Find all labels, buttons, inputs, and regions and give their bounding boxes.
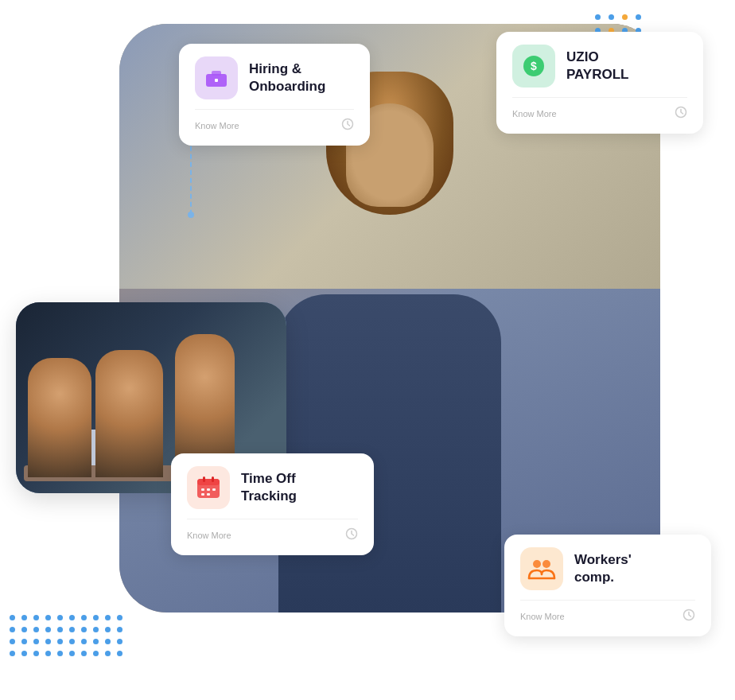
dot — [81, 651, 87, 656]
card-top-row: Time OffTracking — [187, 466, 358, 509]
clock-icon — [682, 609, 695, 624]
decorative-dots-top — [595, 14, 641, 33]
hiring-card[interactable]: Hiring &Onboarding Know More — [179, 44, 370, 146]
dot — [10, 651, 15, 656]
dot — [45, 615, 51, 620]
dot — [69, 639, 75, 644]
clock-icon — [345, 527, 358, 542]
dot — [609, 14, 614, 20]
dot — [45, 639, 51, 644]
dot — [622, 14, 628, 20]
dot — [57, 639, 63, 644]
card-top-row: $ UZIOPAYROLL — [512, 45, 687, 88]
dot — [33, 615, 39, 620]
dot — [10, 627, 15, 632]
svg-rect-11 — [203, 476, 205, 482]
card-top-row: Workers'comp. — [520, 547, 695, 590]
svg-point-1 — [188, 212, 194, 218]
card-top-row: Hiring &Onboarding — [195, 56, 354, 99]
dot — [57, 651, 63, 656]
svg-rect-17 — [207, 493, 210, 496]
dot — [33, 627, 39, 632]
svg-point-19 — [533, 560, 541, 568]
dot — [93, 651, 99, 656]
dot — [117, 627, 122, 632]
workers-title: Workers'comp. — [574, 551, 632, 586]
workers-know-more[interactable]: Know More — [520, 612, 565, 621]
dot — [21, 615, 27, 620]
dot — [81, 627, 87, 632]
dot — [21, 639, 27, 644]
dot — [69, 651, 75, 656]
svg-rect-3 — [212, 71, 221, 76]
hiring-title: Hiring &Onboarding — [249, 60, 325, 95]
dot — [10, 615, 15, 620]
payroll-know-more[interactable]: Know More — [512, 109, 557, 119]
dot — [45, 651, 51, 656]
svg-text:$: $ — [531, 60, 537, 72]
dot — [10, 639, 15, 644]
dot — [57, 627, 63, 632]
dot — [33, 651, 39, 656]
svg-rect-15 — [212, 488, 216, 491]
timeoff-know-more[interactable]: Know More — [187, 531, 231, 540]
dot — [81, 639, 87, 644]
hiring-icon — [195, 56, 238, 99]
payroll-title: UZIOPAYROLL — [566, 49, 628, 84]
clock-icon — [341, 118, 354, 133]
dot — [117, 639, 122, 644]
dot — [69, 615, 75, 620]
svg-rect-14 — [207, 488, 210, 491]
dot — [93, 627, 99, 632]
clock-icon — [675, 106, 687, 121]
timeoff-title: Time OffTracking — [241, 470, 297, 505]
dot — [93, 639, 99, 644]
card-footer: Know More — [195, 109, 354, 133]
dot — [105, 639, 111, 644]
dot — [69, 627, 75, 632]
svg-rect-4 — [215, 79, 218, 82]
timeoff-card[interactable]: Time OffTracking Know More — [171, 453, 374, 555]
dot — [93, 615, 99, 620]
card-footer: Know More — [187, 519, 358, 542]
workers-card[interactable]: Workers'comp. Know More — [504, 535, 711, 636]
dot — [57, 615, 63, 620]
dot — [117, 651, 122, 656]
card-footer: Know More — [520, 600, 695, 624]
team-person — [28, 358, 91, 477]
svg-rect-12 — [212, 476, 214, 482]
dot — [117, 615, 122, 620]
dot — [105, 651, 111, 656]
team-person — [95, 350, 163, 477]
svg-rect-13 — [201, 488, 204, 491]
dot — [636, 14, 641, 20]
dot — [33, 639, 39, 644]
svg-rect-16 — [201, 493, 204, 496]
payroll-icon: $ — [512, 45, 555, 88]
card-footer: Know More — [512, 97, 687, 121]
svg-rect-10 — [197, 479, 220, 485]
dot — [21, 627, 27, 632]
payroll-card[interactable]: $ UZIOPAYROLL Know More — [496, 32, 703, 134]
dot — [45, 627, 51, 632]
dot — [105, 627, 111, 632]
workers-icon — [520, 547, 563, 590]
svg-point-20 — [542, 560, 550, 568]
dot — [81, 615, 87, 620]
dot — [595, 14, 601, 20]
page-container: Hiring &Onboarding Know More $ UZIOPAYRO… — [0, 0, 735, 700]
hiring-know-more[interactable]: Know More — [195, 121, 239, 130]
dot — [105, 615, 111, 620]
dot — [21, 651, 27, 656]
timeoff-icon — [187, 466, 230, 509]
decorative-dots-bottom — [10, 615, 122, 656]
